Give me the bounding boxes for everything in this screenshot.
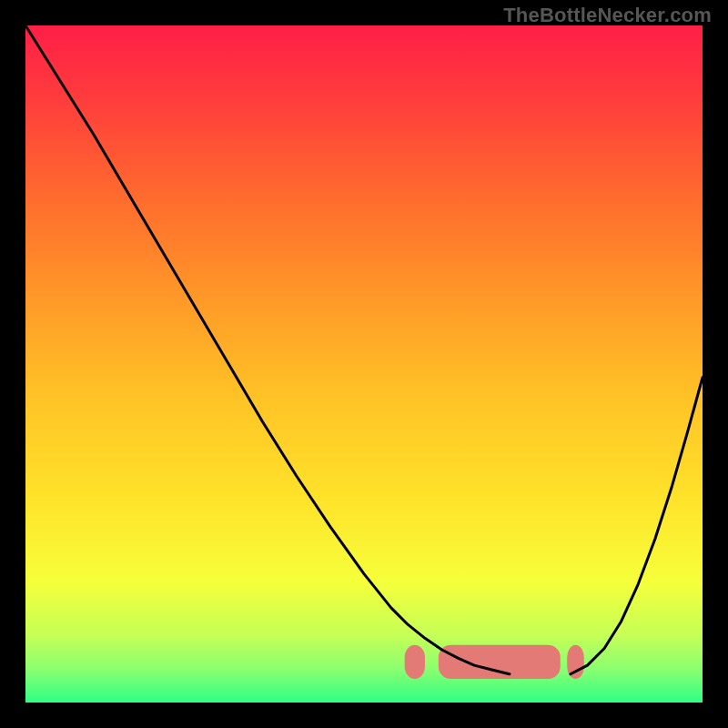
band-segment-left-cap [405,645,425,679]
chart-container: TheBottleNecker.com [0,0,728,728]
chart-svg [25,25,703,703]
plot-area [25,25,703,703]
band-segment-middle [439,645,561,679]
gradient-background [25,25,703,703]
attribution-label: TheBottleNecker.com [503,4,712,27]
